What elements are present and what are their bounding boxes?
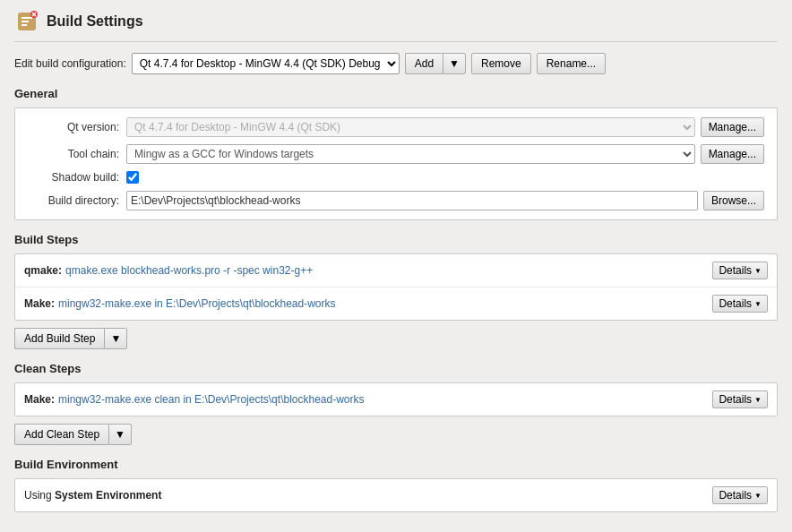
clean-details-arrow-icon: ▼ [754, 396, 762, 404]
page-title: Build Settings [47, 13, 143, 30]
shadow-build-label: Shadow build: [28, 171, 126, 184]
add-button[interactable]: Add [405, 53, 443, 74]
shadow-build-checkbox[interactable] [126, 171, 139, 184]
header: Build Settings [14, 9, 778, 42]
build-directory-row: E:\Dev\Projects\qt\blockhead-works Brows… [126, 191, 764, 210]
qt-version-label: Qt version: [28, 121, 126, 133]
qt-version-row: Qt 4.7.4 for Desktop - MinGW 4.4 (Qt SDK… [126, 117, 764, 137]
build-step-0-value: qmake.exe blockhead-works.pro -r -spec w… [65, 264, 712, 277]
clean-steps-section-title: Clean Steps [14, 362, 778, 375]
build-env-section-box: Using System Environment Details ▼ [14, 478, 778, 512]
page-container: Build Settings Edit build configuration:… [0, 0, 792, 532]
build-directory-input[interactable]: E:\Dev\Projects\qt\blockhead-works [126, 191, 698, 210]
clean-step-0-details-button[interactable]: Details ▼ [712, 390, 768, 408]
build-settings-icon [14, 9, 39, 34]
build-config-select[interactable]: Qt 4.7.4 for Desktop - MinGW 4.4 (Qt SDK… [132, 53, 400, 74]
clean-step-0-value: mingw32-make.exe clean in E:\Dev\Project… [58, 393, 712, 406]
remove-button[interactable]: Remove [471, 53, 531, 74]
config-row: Edit build configuration: Qt 4.7.4 for D… [14, 53, 778, 74]
toolchain-label: Tool chain: [28, 148, 126, 160]
add-build-step-button[interactable]: Add Build Step [14, 328, 104, 349]
build-step-1-value: mingw32-make.exe in E:\Dev\Projects\qt\b… [58, 297, 712, 310]
env-details-arrow-icon: ▼ [754, 492, 762, 500]
rename-button[interactable]: Rename... [537, 53, 606, 74]
build-env-label: Using System Environment [24, 489, 712, 502]
qt-version-manage-button[interactable]: Manage... [701, 117, 764, 137]
add-clean-step-group: Add Clean Step ▼ [14, 424, 778, 445]
config-label: Edit build configuration: [14, 57, 126, 70]
general-section-title: General [14, 87, 778, 100]
build-steps-section-box: qmake: qmake.exe blockhead-works.pro -r … [14, 253, 778, 321]
add-dropdown-button[interactable]: ▼ [443, 53, 466, 74]
build-step-0-details-button[interactable]: Details ▼ [712, 262, 768, 279]
build-step-1-details-button[interactable]: Details ▼ [712, 295, 768, 313]
build-directory-label: Build directory: [28, 194, 126, 207]
details-arrow-icon: ▼ [754, 267, 762, 275]
qt-version-select[interactable]: Qt 4.7.4 for Desktop - MinGW 4.4 (Qt SDK… [126, 117, 695, 137]
build-env-details-button[interactable]: Details ▼ [712, 486, 768, 504]
clean-step-row-0: Make: mingw32-make.exe clean in E:\Dev\P… [15, 383, 777, 416]
clean-steps-section-box: Make: mingw32-make.exe clean in E:\Dev\P… [14, 382, 778, 416]
general-section-box: Qt version: Qt 4.7.4 for Desktop - MinGW… [14, 107, 778, 220]
toolchain-row: Mingw as a GCC for Windows targets Manag… [126, 144, 764, 164]
add-clean-step-button[interactable]: Add Clean Step [14, 424, 108, 445]
build-step-0-label: qmake: [24, 264, 62, 277]
add-button-group: Add ▼ [405, 53, 466, 74]
system-env-label: System Environment [55, 489, 161, 502]
build-directory-browse-button[interactable]: Browse... [703, 191, 764, 210]
shadow-build-row [126, 171, 764, 184]
general-form: Qt version: Qt 4.7.4 for Desktop - MinGW… [28, 117, 764, 210]
build-step-row-1: Make: mingw32-make.exe in E:\Dev\Project… [15, 287, 777, 320]
details-arrow-icon-1: ▼ [754, 300, 762, 308]
toolchain-select[interactable]: Mingw as a GCC for Windows targets [126, 144, 695, 164]
add-clean-step-dropdown[interactable]: ▼ [108, 424, 132, 445]
build-env-section-title: Build Environment [14, 458, 778, 471]
build-env-row: Using System Environment Details ▼ [15, 479, 777, 511]
add-build-step-dropdown[interactable]: ▼ [104, 328, 127, 349]
clean-step-0-label: Make: [24, 393, 55, 406]
toolchain-manage-button[interactable]: Manage... [701, 144, 764, 164]
build-steps-section-title: Build Steps [14, 233, 778, 246]
build-step-1-label: Make: [24, 297, 55, 310]
add-build-step-group: Add Build Step ▼ [14, 328, 778, 349]
build-step-row-0: qmake: qmake.exe blockhead-works.pro -r … [15, 254, 777, 287]
